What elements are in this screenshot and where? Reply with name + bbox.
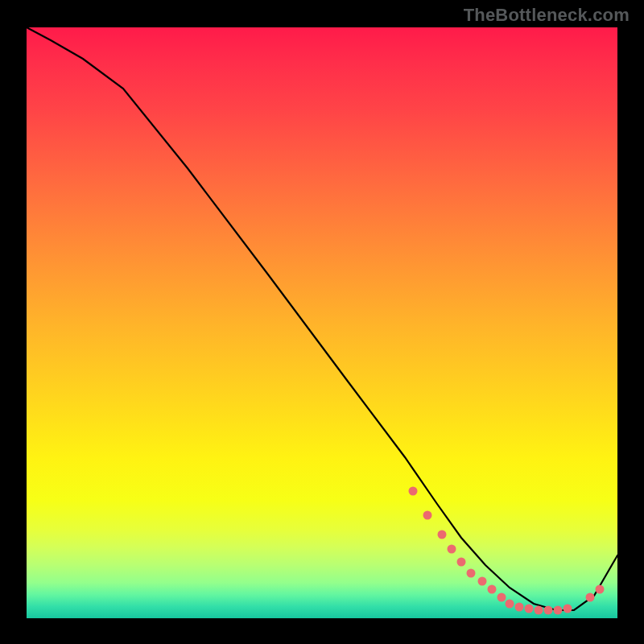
bottleneck-curve [27, 27, 617, 610]
marker-dot [525, 605, 534, 613]
marker-dot [438, 530, 447, 539]
marker-dot [554, 606, 563, 615]
marker-dot [596, 585, 605, 594]
watermark-text: TheBottleneck.com [464, 5, 630, 26]
marker-dot [423, 511, 432, 520]
marker-dot [457, 558, 466, 567]
marker-dot [506, 600, 514, 609]
marker-dot [478, 577, 487, 586]
marker-dot [586, 593, 595, 602]
marker-dot [467, 569, 476, 578]
marker-dot [515, 603, 524, 612]
marker-dot [544, 606, 553, 615]
chart-frame: TheBottleneck.com [0, 0, 644, 644]
chart-overlay-svg [27, 27, 617, 618]
marker-dot [535, 606, 543, 615]
marker-dot [564, 605, 572, 613]
marker-dot [497, 593, 506, 602]
marker-dot [448, 545, 456, 554]
marker-dot [409, 487, 418, 496]
marker-dot [488, 585, 497, 594]
